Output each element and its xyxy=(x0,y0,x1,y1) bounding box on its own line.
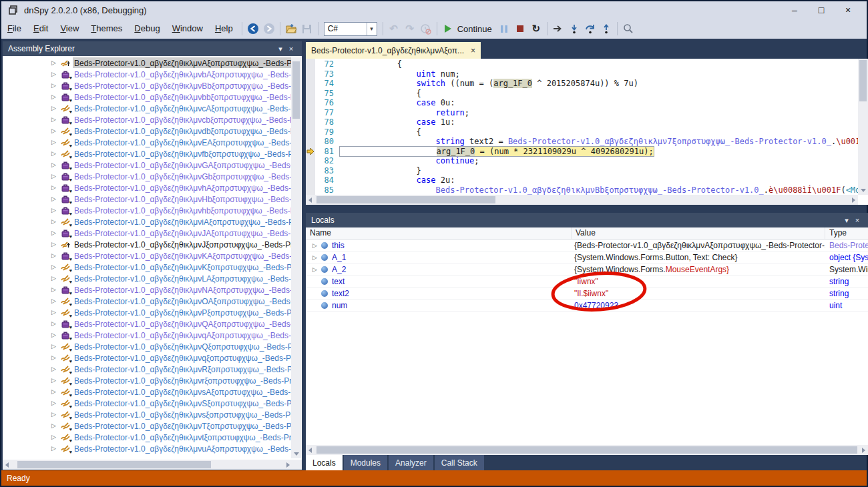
locals-horizontal-scrollbar[interactable] xyxy=(306,445,868,455)
expander-icon[interactable]: ▷ xyxy=(51,195,61,202)
expander-icon[interactable]: ▷ xyxy=(51,229,61,236)
expander-icon[interactable]: ▷ xyxy=(51,252,61,259)
chevron-down-icon[interactable]: ▾ xyxy=(841,216,852,225)
scroll-right-arrow[interactable] xyxy=(852,197,855,203)
language-combobox[interactable]: C# ▾ xyxy=(324,22,377,36)
expander-icon[interactable]: ▷ xyxy=(51,241,61,248)
assembly-item-t[interactable]: ▷♥Beds-Protector-v1.0_αβγδεζηθικλμνtξοπρ… xyxy=(3,431,291,442)
expander-icon[interactable]: ▷ xyxy=(51,434,61,440)
maximize-button[interactable]: □ xyxy=(808,1,835,19)
locals-row-A_1[interactable]: ▷A_1{System.Windows.Forms.Button, Text: … xyxy=(306,252,868,264)
assembly-item-NA[interactable]: ▷♥Beds-Protector-v1.0_αβγδεζηθικλμνNAξοπ… xyxy=(3,284,291,295)
menu-item-debug[interactable]: Debug xyxy=(128,23,166,33)
locals-row-text2[interactable]: text2"Il.$iiwnx"string xyxy=(306,288,868,300)
code-line-74[interactable]: 74 switch ((num = (arg_1F_0 ^ 2015205874… xyxy=(315,79,857,89)
expander-icon[interactable]: ▷ xyxy=(51,332,61,338)
expander-icon[interactable]: ▷ xyxy=(312,266,321,273)
restart-button[interactable]: ↻ xyxy=(529,21,544,36)
menu-item-view[interactable]: View xyxy=(54,23,85,33)
expander-icon[interactable]: ▷ xyxy=(51,105,61,111)
scroll-right-arrow[interactable] xyxy=(286,462,290,468)
locals-row-num[interactable]: num0x47720923uint xyxy=(306,300,868,312)
step-into-button[interactable] xyxy=(567,21,582,36)
chevron-down-icon[interactable]: ▾ xyxy=(367,23,377,35)
tree-horizontal-scrollbar[interactable] xyxy=(3,460,302,470)
code-line-79[interactable]: 79 { xyxy=(315,127,857,137)
menu-item-window[interactable]: Window xyxy=(166,23,209,33)
expander-icon[interactable]: ▷ xyxy=(51,139,61,145)
expander-icon[interactable]: ▷ xyxy=(312,254,321,261)
scroll-left-arrow[interactable] xyxy=(308,448,312,453)
undo-button[interactable]: ↶ xyxy=(387,21,401,36)
scroll-down-arrow[interactable] xyxy=(861,189,866,192)
expander-icon[interactable]: ▷ xyxy=(51,286,61,293)
assembly-item-qA[interactable]: ▷♥Beds-Protector-v1.0_αβγδεζηθικλμνqAξοπ… xyxy=(3,329,291,340)
assembly-item-EA[interactable]: ▷♥Beds-Protector-v1.0_αβγδεζηθικλμνEAξοπ… xyxy=(3,136,291,147)
close-button[interactable]: × xyxy=(835,1,861,19)
scrollbar-thumb[interactable] xyxy=(292,61,300,119)
assembly-item-bA[interactable]: ▷♥Beds-Protector-v1.0_αβγδεζηθικλμνbAξοπ… xyxy=(3,68,291,79)
expander-icon[interactable]: ▷ xyxy=(51,93,61,100)
code-editor[interactable]: 72 {73 uint num;74 switch ((num = (arg_1… xyxy=(306,59,868,205)
close-icon[interactable]: × xyxy=(852,216,863,224)
scrollbar-thumb[interactable] xyxy=(316,446,857,454)
expander-icon[interactable]: ▷ xyxy=(51,127,61,134)
assembly-item-hb[interactable]: ▷♥Beds-Protector-v1.0_αβγδεζηθικλμνhbξοπ… xyxy=(3,204,291,215)
scroll-down-arrow[interactable] xyxy=(294,452,299,456)
open-file-button[interactable] xyxy=(284,21,298,36)
scrollbar-thumb[interactable] xyxy=(316,196,495,203)
expander-icon[interactable]: ▷ xyxy=(51,445,61,452)
column-header-name[interactable]: Name xyxy=(306,227,572,239)
tree-vertical-scrollbar[interactable] xyxy=(291,57,301,458)
tool-tab-call-stack[interactable]: Call Stack xyxy=(435,455,484,470)
assembly-item-bb[interactable]: ▷♥Beds-Protector-v1.0_αβγδεζηθικλμνbbξοπ… xyxy=(3,91,291,102)
code-line-81[interactable]: 81 arg_1F_0 = (num * 2321109029u ^ 40926… xyxy=(315,147,857,157)
assembly-item-iA[interactable]: ▷♥Beds-Protector-v1.0_αβγδεζηθικλμνiAξοπ… xyxy=(3,215,291,227)
navigate-forward-button[interactable] xyxy=(262,21,276,36)
redo-button[interactable]: ↷ xyxy=(403,21,417,36)
code-line-82[interactable]: 82 continue; xyxy=(315,156,857,166)
assembly-item-Bb[interactable]: ▷♥Beds-Protector-v1.0_αβγδεζηθικλμνBbξοπ… xyxy=(3,79,291,91)
column-header-value[interactable]: Value xyxy=(572,227,825,239)
assembly-item-P[interactable]: ▷♥Beds-Protector-v1.0_αβγδεζηθικλμνPξοπρ… xyxy=(3,306,291,318)
assembly-item-cA[interactable]: ▷♥Beds-Protector-v1.0_αβγδεζηθικλμνcAξοπ… xyxy=(3,102,291,113)
expander-icon[interactable]: ▷ xyxy=(51,354,61,361)
assembly-item-cb[interactable]: ▷♥Beds-Protector-v1.0_αβγδεζηθικλμνcbξοπ… xyxy=(3,113,291,125)
expander-icon[interactable]: ▷ xyxy=(51,422,61,429)
locals-row-this[interactable]: ▷this{Beds-Protector-v1.0_αβγδεζηθικλμνA… xyxy=(306,239,868,252)
show-next-statement-button[interactable] xyxy=(551,21,566,36)
scroll-right-arrow[interactable] xyxy=(862,448,865,453)
scroll-left-arrow[interactable] xyxy=(5,462,9,468)
code-line-84[interactable]: 84 case 2u: xyxy=(315,175,857,185)
chevron-down-icon[interactable]: ▾ xyxy=(275,45,286,53)
expander-icon[interactable]: ▷ xyxy=(51,298,61,304)
expander-icon[interactable]: ▷ xyxy=(51,59,61,66)
assembly-item-sA[interactable]: ▷♥Beds-Protector-v1.0_αβγδεζηθικλμνsAξοπ… xyxy=(3,386,291,397)
assembly-item-s[interactable]: ▷♥Beds-Protector-v1.0_αβγδεζηθικλμνsξοπρ… xyxy=(3,408,291,420)
expander-icon[interactable]: ▷ xyxy=(51,184,61,191)
scrollbar-thumb[interactable] xyxy=(17,461,211,468)
code-horizontal-scrollbar[interactable] xyxy=(306,195,858,205)
step-out-button[interactable] xyxy=(599,21,614,36)
scroll-left-arrow[interactable] xyxy=(308,197,312,203)
assembly-item-Hb[interactable]: ▷♥Beds-Protector-v1.0_αβγδεζηθικλμνHbξοπ… xyxy=(3,193,291,204)
expander-icon[interactable]: ▷ xyxy=(51,377,61,384)
document-tab[interactable]: Beds-Protector-v1.0_αβγδεζηθικλμνAξοπ...… xyxy=(306,42,481,59)
history-button[interactable] xyxy=(419,21,433,36)
expander-icon[interactable]: ▷ xyxy=(51,309,61,316)
menu-item-help[interactable]: Help xyxy=(209,23,239,33)
code-vertical-scrollbar[interactable] xyxy=(858,59,868,195)
code-line-75[interactable]: 75 { xyxy=(315,89,857,99)
assembly-item-fb[interactable]: ▷♥Beds-Protector-v1.0_αβγδεζηθικλμνfbξοπ… xyxy=(3,147,291,159)
assembly-item-A[interactable]: ▷Beds-Protector-v1.0_αβγδεζηθικλμνAξοπρσ… xyxy=(3,57,291,68)
expander-icon[interactable]: ▷ xyxy=(51,173,61,179)
expander-icon[interactable]: ▷ xyxy=(312,242,321,249)
code-line-73[interactable]: 73 uint num; xyxy=(315,69,857,79)
expander-icon[interactable]: ▷ xyxy=(51,264,61,270)
tool-tab-locals[interactable]: Locals xyxy=(306,455,343,470)
code-line-83[interactable]: 83 } xyxy=(315,166,857,176)
assembly-item-q[interactable]: ▷♥Beds-Protector-v1.0_αβγδεζηθικλμνqξοπρ… xyxy=(3,352,291,363)
assembly-item-hA[interactable]: ▷♥Beds-Protector-v1.0_αβγδεζηθικλμνhAξοπ… xyxy=(3,181,291,193)
code-line-72[interactable]: 72 { xyxy=(315,59,857,69)
expander-icon[interactable]: ▷ xyxy=(51,366,61,372)
